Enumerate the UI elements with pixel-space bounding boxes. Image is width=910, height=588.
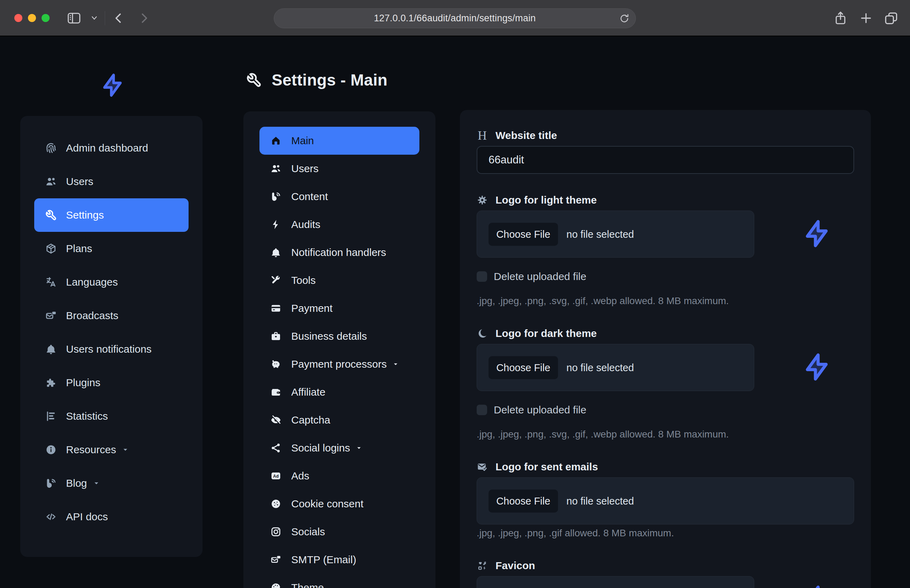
chart-icon xyxy=(45,410,57,422)
chevron-down-icon xyxy=(315,472,322,480)
file-input[interactable]: Choose File no file selected xyxy=(477,477,854,525)
tab-tools[interactable]: Tools xyxy=(259,267,419,294)
chevron-down-icon xyxy=(98,245,105,252)
chevron-down-icon xyxy=(92,480,100,487)
sidebar-item-admin-dashboard[interactable]: Admin dashboard xyxy=(34,131,189,165)
window-close-button[interactable] xyxy=(14,14,23,22)
tab-business-details[interactable]: Business details xyxy=(259,322,419,350)
fingerprint-icon xyxy=(45,142,57,154)
tab-notification-handlers[interactable]: Notification handlers xyxy=(259,239,419,267)
file-input[interactable]: Choose File no file selected xyxy=(477,210,754,258)
toolbar-divider xyxy=(105,11,105,25)
code-icon xyxy=(45,511,57,523)
back-button[interactable] xyxy=(112,11,126,25)
sidebar-item-label: Resources xyxy=(66,444,116,456)
choose-file-button[interactable]: Choose File xyxy=(488,356,558,379)
chevron-down-icon xyxy=(373,333,380,340)
tab-social-logins[interactable]: Social logins xyxy=(259,434,419,462)
svg-text:Ad: Ad xyxy=(273,474,279,479)
new-tab-button[interactable] xyxy=(859,11,873,25)
tab-label: Affiliate xyxy=(291,386,325,398)
tab-ads[interactable]: Ad Ads xyxy=(259,462,419,490)
sidebar-list: Admin dashboard Users Settings Plans Lan… xyxy=(34,131,189,533)
tab-label: Captcha xyxy=(291,414,330,426)
choose-file-button[interactable]: Choose File xyxy=(488,489,558,512)
upload-section: Logo for sent emails Choose File no file… xyxy=(477,460,854,539)
bolt-logo-icon xyxy=(801,213,833,254)
chevron-down-icon xyxy=(362,556,369,563)
chevron-down-icon xyxy=(121,446,129,454)
address-bar[interactable]: 127.0.0.1/66audit/admin/settings/main xyxy=(274,8,636,28)
app-logo-bolt xyxy=(99,69,126,101)
tab-captcha[interactable]: Captcha xyxy=(259,406,419,434)
file-input[interactable]: Choose File no file selected xyxy=(477,576,754,588)
chevron-down-icon xyxy=(99,178,107,186)
sidebar-card: Admin dashboard Users Settings Plans Lan… xyxy=(20,116,202,557)
delete-file-checkbox[interactable] xyxy=(477,405,487,415)
blog-icon xyxy=(45,477,57,489)
tab-audits[interactable]: Audits xyxy=(259,210,419,239)
sidebar-item-label: Users xyxy=(66,176,93,187)
wallet-icon xyxy=(270,386,281,398)
tab-theme[interactable]: Theme xyxy=(259,574,419,588)
logo-preview-bolt xyxy=(801,347,833,387)
palette-icon xyxy=(270,582,281,588)
allowed-types-helper: .jpg, .jpeg, .png, .svg, .gif, .webp all… xyxy=(477,428,854,440)
sidebar-item-languages[interactable]: Languages xyxy=(34,265,189,299)
delete-uploaded-row: Delete uploaded file xyxy=(477,404,854,416)
forward-button[interactable] xyxy=(137,11,151,25)
tab-main[interactable]: Main xyxy=(259,127,419,155)
sidebar-item-label: Languages xyxy=(66,276,118,288)
settings-tabs-list: Main Users Content Audits Notification h… xyxy=(259,127,419,588)
delete-file-checkbox[interactable] xyxy=(477,271,487,282)
tab-socials[interactable]: Socials xyxy=(259,518,419,546)
chevron-down-icon xyxy=(320,137,327,144)
tab-overview-button[interactable] xyxy=(884,10,899,26)
reload-button[interactable] xyxy=(619,13,630,24)
reload-icon xyxy=(619,13,630,24)
sidebar-item-users[interactable]: Users xyxy=(34,165,189,198)
tab-label: Business details xyxy=(291,330,367,342)
tab-smtp-email-[interactable]: SMTP (Email) xyxy=(259,546,419,574)
chevron-down-icon xyxy=(326,221,333,228)
admin-page: Settings - Main Admin dashboard Users Se… xyxy=(0,36,910,588)
chevron-down-icon xyxy=(154,144,161,152)
tab-group-chevron-button[interactable] xyxy=(90,15,99,22)
sidebar-toggle-button[interactable] xyxy=(66,10,82,26)
heading-icon: H xyxy=(477,130,488,141)
sidebar-item-blog[interactable]: Blog xyxy=(34,467,189,500)
tab-content[interactable]: Content xyxy=(259,183,419,210)
sidebar-item-settings[interactable]: Settings xyxy=(34,198,189,232)
language-icon xyxy=(45,276,57,288)
upload-section: Favicon Choose File no file selected xyxy=(477,559,854,588)
website-title-input[interactable] xyxy=(477,146,854,174)
sidebar-item-label: Blog xyxy=(66,477,87,489)
choose-file-button[interactable]: Choose File xyxy=(488,223,558,246)
tab-payment-processors[interactable]: Payment processors xyxy=(259,350,419,378)
sidebar-item-users-notifications[interactable]: Users notifications xyxy=(34,333,189,366)
sidebar-item-statistics[interactable]: Statistics xyxy=(34,399,189,433)
tab-affiliate[interactable]: Affiliate xyxy=(259,378,419,406)
sidebar-item-broadcasts[interactable]: Broadcasts xyxy=(34,299,189,333)
logo-preview-bolt xyxy=(801,213,833,254)
tab-cookie-consent[interactable]: Cookie consent xyxy=(259,490,419,518)
share-button[interactable] xyxy=(833,10,848,27)
tab-users[interactable]: Users xyxy=(259,155,419,183)
share-icon xyxy=(270,443,281,454)
tab-label: Socials xyxy=(291,526,325,538)
wrench-icon xyxy=(246,72,262,88)
file-input[interactable]: Choose File no file selected xyxy=(477,344,754,391)
wrench-icon xyxy=(45,209,57,221)
window-minimize-button[interactable] xyxy=(28,14,36,22)
sidebar-item-label: Statistics xyxy=(66,410,108,422)
chevron-down-icon xyxy=(392,249,399,256)
sidebar-item-plugins[interactable]: Plugins xyxy=(34,366,189,399)
tab-label: Ads xyxy=(291,470,309,482)
upload-label: Logo for dark theme xyxy=(496,328,597,339)
sidebar-item-resources[interactable]: Resources xyxy=(34,433,189,467)
sidebar-item-plans[interactable]: Plans xyxy=(34,232,189,265)
window-zoom-button[interactable] xyxy=(42,14,50,22)
sidebar-item-api-docs[interactable]: API docs xyxy=(34,500,189,533)
share-icon xyxy=(833,10,848,27)
tab-payment[interactable]: Payment xyxy=(259,294,419,322)
